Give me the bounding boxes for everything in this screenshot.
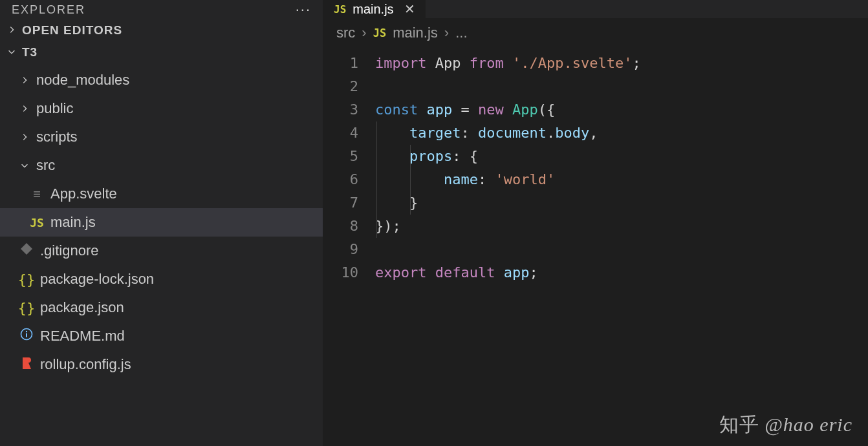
line-number: 10 bbox=[323, 261, 358, 284]
code-content[interactable]: import App from './App.svelte';const app… bbox=[375, 52, 868, 446]
code-line[interactable]: const app = new App({ bbox=[375, 98, 868, 122]
git-icon bbox=[20, 242, 33, 259]
code-line[interactable]: }); bbox=[375, 215, 868, 238]
tree-item-label: README.md bbox=[40, 328, 125, 345]
file-tree: node_modulespublicscriptssrc≡App.svelteJ… bbox=[0, 63, 323, 381]
tree-item-label: rollup.config.js bbox=[40, 356, 131, 373]
chevron-right-icon bbox=[18, 129, 31, 145]
code-line[interactable] bbox=[375, 75, 868, 98]
file--gitignore[interactable]: .gitignore bbox=[0, 237, 323, 265]
close-icon[interactable]: ✕ bbox=[404, 1, 415, 17]
watermark-zh: 知乎 bbox=[719, 414, 759, 435]
explorer-header: EXPLORER ··· bbox=[0, 0, 323, 19]
open-editors-section[interactable]: OPEN EDITORS bbox=[0, 19, 323, 41]
code-line[interactable]: import App from './App.svelte'; bbox=[375, 52, 868, 75]
tree-item-label: node_modules bbox=[36, 72, 129, 89]
chevron-right-icon bbox=[18, 100, 31, 117]
explorer-title: EXPLORER bbox=[12, 3, 85, 17]
tree-item-label: scripts bbox=[36, 129, 78, 145]
watermark-handle: @hao eric bbox=[765, 414, 852, 435]
chevron-right-icon: › bbox=[362, 25, 366, 41]
tree-item-label: main.js bbox=[50, 214, 96, 231]
breadcrumb-folder[interactable]: src bbox=[336, 25, 355, 41]
line-number: 3 bbox=[323, 98, 358, 122]
folder-public[interactable]: public bbox=[0, 94, 323, 123]
code-line[interactable]: } bbox=[375, 191, 868, 215]
tree-item-label: src bbox=[36, 157, 55, 174]
folder-node-modules[interactable]: node_modules bbox=[0, 66, 323, 94]
open-editors-label: OPEN EDITORS bbox=[22, 23, 122, 37]
project-section[interactable]: T3 bbox=[0, 41, 323, 63]
watermark: 知乎 @hao eric bbox=[719, 412, 852, 438]
tab-label: main.js bbox=[353, 2, 393, 17]
tree-item-label: public bbox=[36, 100, 73, 117]
line-number: 7 bbox=[323, 191, 358, 215]
line-number: 1 bbox=[323, 52, 358, 75]
line-number: 4 bbox=[323, 122, 358, 145]
tree-item-label: .gitignore bbox=[40, 242, 99, 259]
breadcrumb-tail[interactable]: ... bbox=[455, 25, 467, 41]
editor-area: JS main.js ✕ src › JS main.js › ... 1234… bbox=[323, 0, 868, 446]
more-actions-icon[interactable]: ··· bbox=[296, 1, 311, 18]
breadcrumbs[interactable]: src › JS main.js › ... bbox=[323, 18, 868, 48]
chevron-down-icon bbox=[18, 157, 31, 174]
chevron-right-icon bbox=[5, 23, 18, 37]
breadcrumb-file[interactable]: main.js bbox=[393, 25, 438, 41]
js-icon: JS bbox=[30, 216, 44, 229]
folder-src[interactable]: src bbox=[0, 151, 323, 180]
file-readme-md[interactable]: README.md bbox=[0, 322, 323, 350]
line-number: 5 bbox=[323, 145, 358, 168]
code-line[interactable]: export default app; bbox=[375, 261, 868, 284]
rollup-icon bbox=[21, 357, 32, 373]
svg-rect-2 bbox=[26, 334, 27, 337]
file-rollup-config-js[interactable]: rollup.config.js bbox=[0, 350, 323, 379]
line-number: 8 bbox=[323, 215, 358, 238]
file-package-lock-json[interactable]: {}package-lock.json bbox=[0, 265, 323, 293]
tree-item-label: package-lock.json bbox=[40, 271, 154, 288]
line-number: 9 bbox=[323, 238, 358, 261]
folder-scripts[interactable]: scripts bbox=[0, 123, 323, 151]
code-line[interactable]: name: 'world' bbox=[375, 168, 868, 191]
tree-item-label: App.svelte bbox=[50, 186, 117, 202]
code-line[interactable]: props: { bbox=[375, 145, 868, 168]
chevron-right-icon bbox=[18, 72, 31, 89]
line-number-gutter: 12345678910 bbox=[323, 52, 375, 446]
code-line[interactable] bbox=[375, 238, 868, 261]
file-package-json[interactable]: {}package.json bbox=[0, 293, 323, 322]
project-label: T3 bbox=[22, 45, 38, 59]
svg-point-1 bbox=[26, 331, 27, 332]
js-icon: JS bbox=[373, 27, 386, 39]
json-icon: {} bbox=[18, 271, 36, 288]
svelte-icon: ≡ bbox=[33, 187, 41, 202]
chevron-down-icon bbox=[5, 45, 18, 59]
chevron-right-icon: › bbox=[444, 25, 449, 41]
js-icon: JS bbox=[334, 3, 346, 16]
line-number: 6 bbox=[323, 168, 358, 191]
line-number: 2 bbox=[323, 75, 358, 98]
code-editor[interactable]: 12345678910 import App from './App.svelt… bbox=[323, 48, 868, 446]
file-main-js[interactable]: JSmain.js bbox=[0, 208, 323, 237]
tab-main-js[interactable]: JS main.js ✕ bbox=[323, 0, 426, 18]
tab-bar: JS main.js ✕ bbox=[323, 0, 868, 18]
code-line[interactable]: target: document.body, bbox=[375, 122, 868, 145]
file-app-svelte[interactable]: ≡App.svelte bbox=[0, 180, 323, 208]
json-icon: {} bbox=[18, 300, 36, 316]
tree-item-label: package.json bbox=[40, 299, 124, 316]
explorer-sidebar: EXPLORER ··· OPEN EDITORS T3 node_module… bbox=[0, 0, 323, 446]
info-icon bbox=[20, 328, 33, 345]
